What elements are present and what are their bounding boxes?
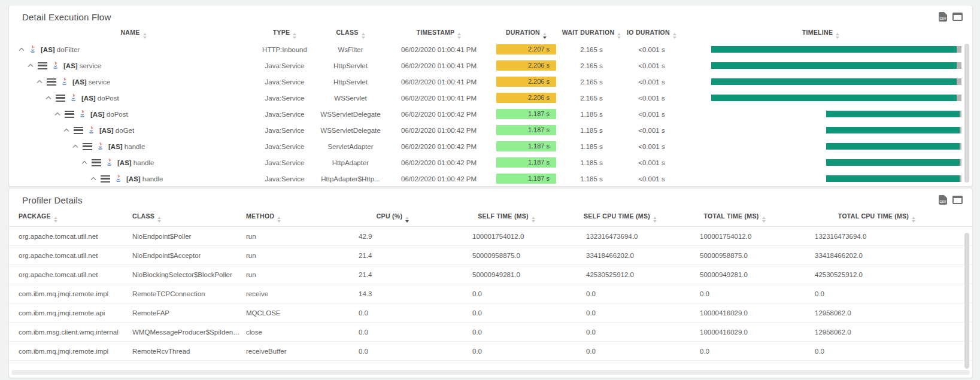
execution-flow-row[interactable]: [AS] doGetJava:ServiceWSServletDelegate0… bbox=[9, 122, 972, 138]
cell-self_time: 100001754012.0 bbox=[450, 233, 563, 240]
column-header-timestamp[interactable]: TIMESTAMP bbox=[385, 29, 493, 39]
cell-timestamp: 06/02/2020 01:00:42 PM bbox=[385, 127, 493, 134]
chevron-up-icon[interactable] bbox=[19, 47, 25, 51]
timeline-bar bbox=[826, 175, 959, 182]
execution-flow-row[interactable]: [AS] handleJava:ServiceServletAdapter06/… bbox=[9, 138, 972, 154]
row-menu-icon[interactable] bbox=[74, 127, 83, 134]
cell-package: com.ibm.mq.jmqi.remote.api bbox=[14, 309, 128, 317]
cell-io-duration: <0.001 s bbox=[623, 46, 680, 53]
row-menu-icon[interactable] bbox=[38, 62, 47, 69]
chevron-up-icon[interactable] bbox=[45, 96, 51, 100]
column-header-type[interactable]: TYPE bbox=[253, 29, 316, 39]
execution-flow-row[interactable]: [AS] handleJava:ServiceHttpAdapter$Http.… bbox=[9, 171, 972, 187]
cell-io-duration: <0.001 s bbox=[623, 143, 680, 150]
cell-cpu: 42.9 bbox=[336, 233, 450, 240]
profiler-row[interactable]: org.apache.tomcat.util.netNioEndpoint$Po… bbox=[9, 227, 972, 246]
column-header-timeline[interactable]: TIMELINE bbox=[680, 29, 961, 39]
chevron-up-icon[interactable] bbox=[90, 177, 96, 181]
expand-window-icon[interactable] bbox=[952, 13, 963, 21]
sort-icon bbox=[405, 217, 409, 223]
execution-flow-row[interactable]: [AS] serviceJava:ServiceHttpServlet06/02… bbox=[9, 57, 972, 74]
chevron-up-icon[interactable] bbox=[72, 144, 78, 148]
cell-class: HttpServlet bbox=[316, 78, 385, 86]
execution-flow-row[interactable]: [AS] doPostJava:ServiceWSServlet06/02/20… bbox=[9, 90, 972, 106]
cell-package: com.ibm.msg.client.wmq.internal bbox=[14, 329, 128, 336]
cell-method: close bbox=[241, 329, 336, 336]
chevron-up-icon[interactable] bbox=[63, 128, 69, 132]
sort-icon bbox=[543, 33, 547, 39]
node-prefix: [AS] bbox=[108, 143, 123, 150]
execution-flow-row[interactable]: [AS] handleJava:ServiceHttpAdapter06/02/… bbox=[9, 154, 972, 171]
execution-flow-column-headers: NAMETYPECLASSTIMESTAMPDURATIONWAIT DURAT… bbox=[9, 26, 972, 41]
column-header-name[interactable]: NAME bbox=[14, 29, 253, 39]
cell-total_time: 50000958875.0 bbox=[677, 252, 792, 259]
column-header-package[interactable]: PACKAGE bbox=[14, 212, 128, 223]
sort-down-arrow bbox=[157, 220, 161, 223]
column-header-wait_duration[interactable]: WAIT DURATION bbox=[560, 29, 623, 39]
profiler-row[interactable]: org.apache.tomcat.util.netNioEndpoint$Ac… bbox=[9, 246, 972, 265]
chevron-up-icon[interactable] bbox=[37, 80, 43, 84]
node-label: [AS] handle bbox=[126, 175, 163, 183]
execution-flow-row[interactable]: [AS] doPostJava:ServiceWSServletDelegate… bbox=[9, 106, 972, 122]
cell-cpu: 21.4 bbox=[336, 271, 450, 278]
column-header-class[interactable]: CLASS bbox=[128, 212, 241, 223]
export-csv-icon[interactable]: CSV bbox=[939, 195, 947, 205]
execution-flow-title: Detail Execution Flow bbox=[22, 12, 111, 22]
execution-flow-row[interactable]: [AS] doFilterHTTP:InboundWsFilter06/02/2… bbox=[9, 41, 972, 57]
column-header-class[interactable]: CLASS bbox=[316, 29, 385, 39]
node-prefix: [AS] bbox=[72, 78, 87, 86]
cell-timeline bbox=[680, 62, 961, 69]
expand-window-icon[interactable] bbox=[952, 196, 963, 204]
cell-timeline bbox=[680, 95, 961, 101]
row-menu-icon[interactable] bbox=[92, 159, 101, 166]
java-icon bbox=[114, 174, 122, 184]
column-header-self_time[interactable]: SELF TIME (MS) bbox=[450, 212, 563, 223]
cell-timestamp: 06/02/2020 01:00:41 PM bbox=[385, 46, 493, 53]
cell-timestamp: 06/02/2020 01:00:41 PM bbox=[385, 95, 493, 102]
row-menu-icon[interactable] bbox=[65, 111, 74, 118]
row-menu-icon[interactable] bbox=[56, 95, 65, 102]
row-menu-icon[interactable] bbox=[101, 175, 110, 183]
column-header-total_time[interactable]: TOTAL TIME (MS) bbox=[677, 212, 792, 223]
sort-up-arrow bbox=[617, 33, 621, 35]
profiler-rows: org.apache.tomcat.util.netNioEndpoint$Po… bbox=[9, 227, 972, 361]
cell-io-duration: <0.001 s bbox=[623, 159, 680, 166]
sort-down-arrow bbox=[673, 37, 676, 39]
profiler-row[interactable]: org.apache.tomcat.util.netNioBlockingSel… bbox=[9, 265, 972, 284]
export-csv-icon[interactable]: CSV bbox=[939, 12, 947, 22]
cell-type: Java:Service bbox=[253, 159, 316, 166]
profiler-row[interactable]: com.ibm.msg.client.wmq.internalWMQMessag… bbox=[9, 323, 972, 342]
cell-wait-duration: 2.165 s bbox=[560, 62, 623, 69]
column-header-total_cpu_time[interactable]: TOTAL CPU TIME (MS) bbox=[792, 212, 961, 223]
cell-package: com.ibm.mq.jmqi.remote.impl bbox=[14, 290, 128, 297]
column-header-label: IO DURATION bbox=[627, 29, 670, 36]
cell-method: MQCLOSE bbox=[241, 309, 336, 317]
column-header-label: TIMELINE bbox=[802, 29, 833, 36]
node-method: doPost bbox=[105, 111, 128, 118]
row-menu-icon[interactable] bbox=[83, 143, 92, 150]
cell-io-duration: <0.001 s bbox=[623, 62, 680, 69]
execution-flow-row[interactable]: [AS] serviceJava:ServiceHttpServlet06/02… bbox=[9, 74, 972, 90]
column-header-self_cpu_time[interactable]: SELF CPU TIME (MS) bbox=[563, 212, 677, 223]
profiler-row[interactable]: com.ibm.mq.jmqi.remote.implRemoteTCPConn… bbox=[9, 284, 972, 303]
chevron-up-icon[interactable] bbox=[81, 160, 87, 165]
timeline-tail bbox=[957, 78, 961, 85]
sort-up-arrow bbox=[762, 217, 766, 219]
column-header-cpu[interactable]: CPU (%) bbox=[336, 212, 450, 223]
profiler-horizontal-scrollbar[interactable] bbox=[11, 370, 970, 375]
column-header-method[interactable]: METHOD bbox=[241, 212, 336, 223]
chevron-up-icon[interactable] bbox=[28, 63, 34, 68]
cell-type: Java:Service bbox=[253, 175, 316, 183]
node-label: [AS] handle bbox=[108, 143, 145, 150]
chevron-up-icon[interactable] bbox=[54, 112, 60, 116]
sort-icon bbox=[143, 33, 147, 39]
column-header-io_duration[interactable]: IO DURATION bbox=[623, 29, 680, 39]
column-header-duration[interactable]: DURATION bbox=[493, 29, 560, 39]
node-prefix: [AS] bbox=[117, 159, 132, 166]
execution-flow-vertical-scrollbar[interactable] bbox=[964, 44, 969, 183]
column-header-label: SELF CPU TIME (MS) bbox=[584, 212, 650, 220]
profiler-row[interactable]: com.ibm.mq.jmqi.remote.apiRemoteFAPMQCLO… bbox=[9, 303, 972, 323]
row-menu-icon[interactable] bbox=[47, 78, 56, 86]
profiler-row[interactable]: com.ibm.mq.jmqi.remote.implRemoteRcvThre… bbox=[9, 342, 972, 361]
profiler-vertical-scrollbar[interactable] bbox=[964, 233, 969, 369]
